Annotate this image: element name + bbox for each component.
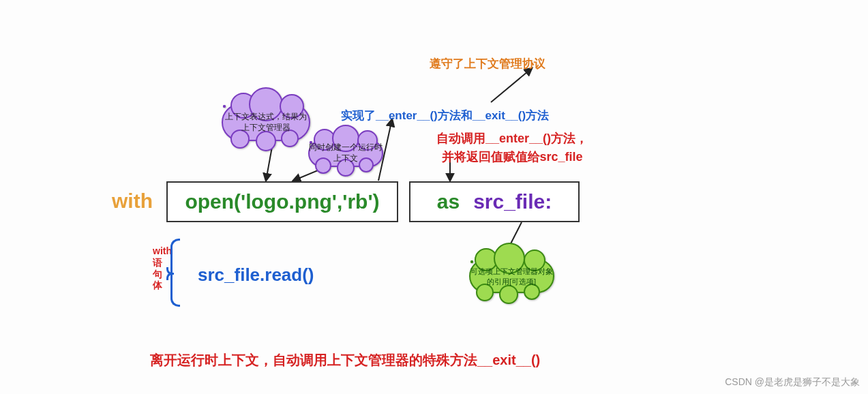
- keyword-as: as: [437, 190, 460, 213]
- label-with-body: with语句体: [153, 245, 162, 291]
- cloud-runtime-context-text: 同时创建一个运行时上下文: [301, 133, 390, 174]
- code-body: src_file.read(): [198, 264, 314, 286]
- label-auto-enter: 自动调用__enter__()方法， 并将返回值赋值给src_file: [436, 130, 588, 166]
- svg-line-2: [491, 68, 532, 102]
- box-as-target: as src_file:: [409, 181, 580, 222]
- code-srcfile: src_file:: [473, 190, 552, 213]
- label-methods: 实现了__enter__()方法和__exit__()方法: [341, 108, 549, 123]
- cloud-context-expr: 上下文表达式，结果为上下文管理器: [218, 95, 314, 150]
- label-exit: 离开运行时上下文，自动调用上下文管理器的特殊方法__exit__(): [150, 351, 540, 369]
- cloud-optional-ref-text: 可选项上下文管理器对象的引用[可选项]: [464, 251, 559, 302]
- cloud-runtime-context: 同时创建一个运行时上下文: [301, 133, 390, 174]
- cloud-optional-ref: 可选项上下文管理器对象的引用[可选项]: [464, 251, 559, 302]
- label-protocol: 遵守了上下文管理协议: [430, 56, 545, 72]
- brace-icon: [170, 239, 180, 307]
- code-open: open('logo.png','rb'): [185, 190, 379, 213]
- keyword-with: with: [112, 190, 153, 213]
- cloud-context-expr-text: 上下文表达式，结果为上下文管理器: [218, 95, 314, 150]
- watermark: CSDN @是老虎是狮子不是大象: [725, 376, 860, 389]
- box-open-call: open('logo.png','rb'): [166, 181, 398, 222]
